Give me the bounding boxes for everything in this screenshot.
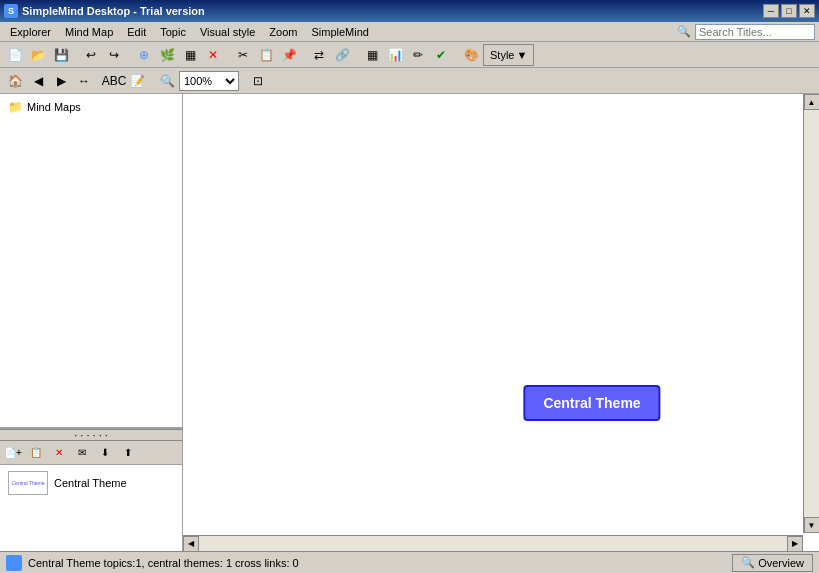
- fit-button[interactable]: ⊡: [247, 70, 269, 92]
- maps-delete-button[interactable]: ✕: [48, 442, 70, 464]
- maps-import-button[interactable]: ⬇: [94, 442, 116, 464]
- scroll-left-button[interactable]: ◀: [183, 536, 199, 552]
- maps-copy-button[interactable]: 📋: [25, 442, 47, 464]
- forward-button[interactable]: ▶: [50, 70, 72, 92]
- app-icon: S: [4, 4, 18, 18]
- title-text: SimpleMind Desktop - Trial version: [22, 5, 205, 17]
- panel-divider[interactable]: · · · · · ·: [0, 429, 182, 441]
- check-button[interactable]: ✔: [430, 44, 452, 66]
- vertical-scrollbar[interactable]: ▲ ▼: [803, 94, 819, 533]
- add-node-button[interactable]: ⊕: [133, 44, 155, 66]
- maps-email-button[interactable]: ✉: [71, 442, 93, 464]
- window-controls: ─ □ ✕: [763, 4, 815, 18]
- menu-mindmap[interactable]: Mind Map: [59, 24, 119, 40]
- menu-simplemind[interactable]: SimpleMind: [305, 24, 374, 40]
- scroll-right-button[interactable]: ▶: [787, 536, 803, 552]
- scroll-track-horizontal[interactable]: [199, 536, 787, 552]
- redo-button[interactable]: ↪: [103, 44, 125, 66]
- back-button[interactable]: ◀: [27, 70, 49, 92]
- menu-edit[interactable]: Edit: [121, 24, 152, 40]
- menu-bar: Explorer Mind Map Edit Topic Visual styl…: [0, 22, 819, 42]
- paste-button[interactable]: 📌: [278, 44, 300, 66]
- left-panel: 📁 Mind Maps · · · · · · 📄+ 📋 ✕ ✉ ⬇ ⬆ Cen…: [0, 94, 183, 551]
- central-theme-node[interactable]: Central Theme: [523, 385, 660, 421]
- draw-button[interactable]: ✏: [407, 44, 429, 66]
- scroll-up-button[interactable]: ▲: [804, 94, 820, 110]
- table-button[interactable]: ▦: [361, 44, 383, 66]
- menu-zoom[interactable]: Zoom: [263, 24, 303, 40]
- overview-button[interactable]: 🔍 Overview: [732, 554, 813, 572]
- layout-button[interactable]: ▦: [179, 44, 201, 66]
- style-icon: 🎨: [460, 44, 482, 66]
- copy-button[interactable]: 📋: [255, 44, 277, 66]
- chart-button[interactable]: 📊: [384, 44, 406, 66]
- zoom-out-button[interactable]: 🔍: [156, 70, 178, 92]
- maximize-button[interactable]: □: [781, 4, 797, 18]
- undo-button[interactable]: ↩: [80, 44, 102, 66]
- explorer-panel: 📁 Mind Maps: [0, 94, 182, 429]
- status-text: Central Theme topics:1, central themes: …: [28, 557, 299, 569]
- menu-visual-style[interactable]: Visual style: [194, 24, 261, 40]
- maps-new-button[interactable]: 📄+: [2, 442, 24, 464]
- status-left: Central Theme topics:1, central themes: …: [6, 555, 299, 571]
- map-item-label: Central Theme: [54, 477, 127, 489]
- overview-label: Overview: [758, 557, 804, 569]
- new-button[interactable]: 📄: [4, 44, 26, 66]
- search-container: 🔍: [675, 23, 815, 41]
- title-bar: S SimpleMind Desktop - Trial version ─ □…: [0, 0, 819, 22]
- menu-explorer[interactable]: Explorer: [4, 24, 57, 40]
- map-thumbnail: Central Theme: [8, 471, 48, 495]
- overview-icon: 🔍: [741, 556, 755, 569]
- maps-list: Central Theme Central Theme: [0, 465, 182, 501]
- arrows-button[interactable]: ⇄: [308, 44, 330, 66]
- status-bar: Central Theme topics:1, central themes: …: [0, 551, 819, 573]
- maps-toolbar: 📄+ 📋 ✕ ✉ ⬇ ⬆: [0, 441, 182, 465]
- search-icon[interactable]: 🔍: [675, 23, 693, 41]
- connect-button[interactable]: 🔗: [331, 44, 353, 66]
- open-button[interactable]: 📂: [27, 44, 49, 66]
- maps-export-button[interactable]: ⬆: [117, 442, 139, 464]
- save-button[interactable]: 💾: [50, 44, 72, 66]
- title-bar-left: S SimpleMind Desktop - Trial version: [4, 4, 205, 18]
- folder-icon: 📁: [8, 100, 23, 114]
- note-button[interactable]: 📝: [126, 70, 148, 92]
- close-button[interactable]: ✕: [799, 4, 815, 18]
- main-toolbar: 📄 📂 💾 ↩ ↪ ⊕ 🌿 ▦ ✕ ✂ 📋 📌 ⇄ 🔗 ▦ 📊 ✏ ✔ 🎨 St…: [0, 42, 819, 68]
- scroll-track-vertical[interactable]: [804, 110, 820, 517]
- mind-maps-label: Mind Maps: [27, 101, 81, 113]
- canvas-area[interactable]: Central Theme ▲ ▼ ◀ ▶: [183, 94, 819, 551]
- zoom-select[interactable]: 100% 75% 125% 150%: [179, 71, 239, 91]
- add-branch-button[interactable]: 🌿: [156, 44, 178, 66]
- maps-panel: 📄+ 📋 ✕ ✉ ⬇ ⬆ Central Theme Central Theme: [0, 441, 182, 551]
- sync-button[interactable]: ↔: [73, 70, 95, 92]
- style-dropdown[interactable]: Style ▼: [483, 44, 534, 66]
- status-icon: [6, 555, 22, 571]
- style-label: Style: [490, 49, 514, 61]
- map-list-item[interactable]: Central Theme Central Theme: [4, 469, 178, 497]
- minimize-button[interactable]: ─: [763, 4, 779, 18]
- divider-dots: · · · · · ·: [74, 429, 108, 441]
- cut-button[interactable]: ✂: [232, 44, 254, 66]
- second-toolbar: 🏠 ◀ ▶ ↔ ABC 📝 🔍 100% 75% 125% 150% ⊡: [0, 68, 819, 94]
- delete-button[interactable]: ✕: [202, 44, 224, 66]
- spell-button[interactable]: ABC: [103, 70, 125, 92]
- horizontal-scrollbar[interactable]: ◀ ▶: [183, 535, 803, 551]
- scroll-down-button[interactable]: ▼: [804, 517, 820, 533]
- explorer-tree: 📁 Mind Maps: [0, 94, 182, 120]
- mind-maps-tree-item[interactable]: 📁 Mind Maps: [4, 98, 178, 116]
- style-arrow-icon: ▼: [516, 49, 527, 61]
- menu-topic[interactable]: Topic: [154, 24, 192, 40]
- main-layout: 📁 Mind Maps · · · · · · 📄+ 📋 ✕ ✉ ⬇ ⬆ Cen…: [0, 94, 819, 551]
- home-button[interactable]: 🏠: [4, 70, 26, 92]
- thumbnail-text: Central Theme: [12, 480, 45, 486]
- search-input[interactable]: [695, 24, 815, 40]
